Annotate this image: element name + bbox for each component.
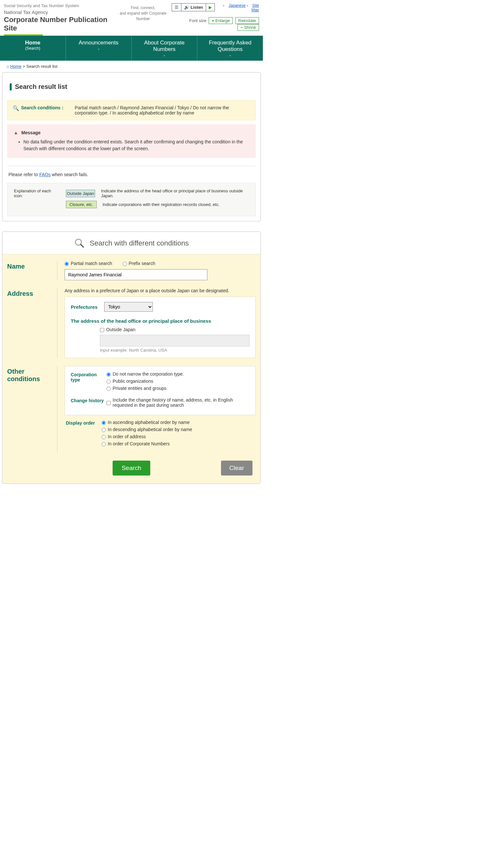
fontsize-controls: Font size + Enlarge Reinstate − Shrink xyxy=(172,17,259,31)
icon-explanation: Explanation of each icon: Outside Japan … xyxy=(7,183,256,216)
outside-address-input xyxy=(100,335,249,346)
chevron-down-icon: ⌄ xyxy=(134,53,196,57)
link-japanese[interactable]: Japanese xyxy=(229,3,246,8)
search-form-panel: Search with different conditions Name Pa… xyxy=(2,231,261,484)
enlarge-button[interactable]: + Enlarge xyxy=(209,17,233,24)
magnifier-icon xyxy=(74,238,85,249)
divider xyxy=(7,166,256,166)
breadcrumb-home[interactable]: Home xyxy=(10,64,22,69)
warning-icon: ▲ xyxy=(13,130,18,135)
faqs-link[interactable]: FAQs xyxy=(39,172,51,177)
radio-order-desc[interactable]: In descending alphabetical order by name xyxy=(101,427,256,432)
other-conditions-label: Other conditions xyxy=(7,366,57,453)
name-input[interactable] xyxy=(65,269,207,280)
reinstate-button[interactable]: Reinstate xyxy=(235,17,259,24)
radio-corp-not-narrow[interactable]: Do not narrow the corporation type. xyxy=(107,371,249,377)
radio-partial-match[interactable]: Partial match search xyxy=(65,261,112,266)
nav-announcements[interactable]: Announcements ⌄ xyxy=(65,36,131,61)
message-text: No data falling under the condition ente… xyxy=(23,138,249,152)
clear-button[interactable]: Clear xyxy=(221,461,252,475)
input-example: Input example: North Carolina, USA xyxy=(100,348,249,352)
site-title: Corporate Number Publication Site xyxy=(4,16,114,32)
home-icon: ⌂ xyxy=(6,64,9,69)
listen-button[interactable]: 🔊 Listen xyxy=(181,4,206,11)
tag-closure-desc: Indicate corporations with their registr… xyxy=(102,202,220,207)
play-button[interactable]: ▶ xyxy=(206,4,214,11)
speaker-icon: 🔊 xyxy=(184,5,189,10)
breadcrumb-current: Search result list xyxy=(26,64,57,69)
name-label: Name xyxy=(7,261,57,280)
menu-icon[interactable]: ☰ xyxy=(172,4,181,11)
search-conditions-box: 🔍 Search conditions： Partial match searc… xyxy=(7,100,256,120)
svg-line-1 xyxy=(81,244,84,247)
top-links: › Japanese › Site Map xyxy=(218,3,259,12)
radio-corp-private[interactable]: Private entities and groups xyxy=(107,386,249,391)
tag-closure: Closure, etc. xyxy=(66,201,97,208)
system-label: Social Security and Tax Number System xyxy=(4,3,114,8)
outside-japan-checkbox[interactable]: Outside Japan xyxy=(100,327,135,332)
search-icon: 🔍 xyxy=(13,105,19,111)
link-sitemap[interactable]: Site Map xyxy=(251,3,259,12)
refer-text: Please refer to FAQs when search fails. xyxy=(7,172,256,177)
display-order-label: Display order xyxy=(66,420,101,448)
chevron-down-icon: ⌄ xyxy=(199,53,261,57)
breadcrumb: ⌂ Home > Search result list xyxy=(0,61,263,72)
change-history-checkbox[interactable]: Include the change history of name, addr… xyxy=(107,397,249,408)
tagline: Find, connect, and expand with Corporate… xyxy=(114,3,172,22)
address-note: Any address in a prefecture of Japan or … xyxy=(65,288,256,293)
nav-about[interactable]: About Corporate Numbers ⌄ xyxy=(131,36,197,61)
agency-name: National Tax Agency xyxy=(4,9,114,15)
radio-corp-public[interactable]: Public organizations xyxy=(107,378,249,384)
prefectures-select[interactable]: Tokyo xyxy=(104,302,153,312)
shrink-button[interactable]: − Shrink xyxy=(238,24,259,31)
radio-prefix-search[interactable]: Prefix search xyxy=(123,261,155,266)
main-nav: Home (Search) Announcements ⌄ About Corp… xyxy=(0,36,263,61)
radio-order-corpnum[interactable]: In order of Corporate Numbers xyxy=(101,441,256,446)
tag-outside-desc: Indicate the address of the head office … xyxy=(101,188,249,198)
nav-home[interactable]: Home (Search) xyxy=(0,36,65,61)
head-office-label: The address of the head office or princi… xyxy=(71,318,249,324)
search-button[interactable]: Search xyxy=(113,461,150,475)
results-panel: Search result list 🔍 Search conditions： … xyxy=(2,72,261,221)
search-form-title: Search with different conditions xyxy=(90,239,188,247)
prefectures-label: Prefectures xyxy=(71,304,98,310)
listen-toolbar: ☰ 🔊 Listen ▶ xyxy=(172,3,214,11)
tag-outside-japan: Outside Japan xyxy=(66,190,95,197)
address-label: Address xyxy=(7,288,57,358)
nav-faq[interactable]: Frequently Asked Questions ⌄ xyxy=(197,36,263,61)
message-box: ▲ Message No data falling under the cond… xyxy=(7,124,256,158)
page-title: Search result list xyxy=(7,77,256,100)
radio-order-asc[interactable]: In ascending alphabetical order by name xyxy=(101,420,256,425)
search-conditions-text: Partial match search / Raymond James Fin… xyxy=(74,105,250,116)
radio-order-address[interactable]: In order of address xyxy=(101,434,256,439)
chevron-down-icon: ⌄ xyxy=(68,47,129,50)
change-history-label: Change history xyxy=(71,397,107,410)
corp-type-label: Corporation type xyxy=(71,371,107,393)
